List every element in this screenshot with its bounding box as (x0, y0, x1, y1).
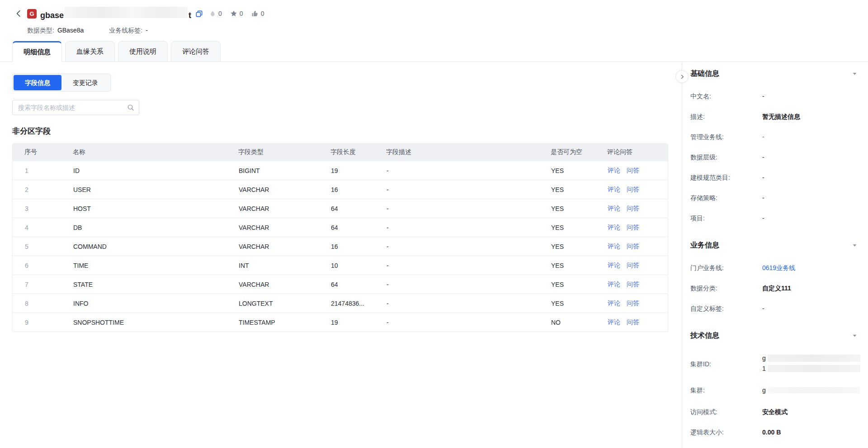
field-name: HOST (73, 205, 239, 212)
field-desc: - (387, 224, 551, 231)
field-label: 集群: (690, 386, 762, 396)
col-name: 名称 (73, 148, 238, 156)
back-button[interactable] (14, 9, 24, 19)
field-label: 建模规范类目: (690, 173, 762, 182)
like-stat[interactable]: 0 (251, 10, 264, 17)
redacted-value-prefix: 1 (762, 364, 766, 373)
copy-button[interactable] (195, 10, 203, 18)
search-input[interactable] (12, 100, 139, 115)
field-length: 64 (331, 224, 387, 231)
row-actions: 评论问答 (608, 261, 668, 270)
field-type: VARCHAR (239, 205, 331, 212)
field-type: INT (239, 262, 331, 269)
info-field: 项目:- (690, 214, 857, 223)
qa-link[interactable]: 问答 (627, 299, 639, 307)
info-field: 存储策略:- (690, 193, 857, 202)
caret-down-icon[interactable] (852, 333, 857, 338)
tab-comments-qa[interactable]: 评论问答 (171, 41, 221, 62)
tab-usage-notes[interactable]: 使用说明 (118, 41, 168, 62)
title-prefix: gbase (40, 11, 64, 20)
subtab-change-log[interactable]: 变更记录 (61, 75, 109, 90)
table-row: 7STATEVARCHAR64-YES评论问答 (13, 275, 668, 294)
field-value: - (762, 173, 764, 182)
qa-link[interactable]: 问答 (627, 261, 639, 269)
data-type-meta: 数据类型: GBase8a (27, 27, 84, 35)
hot-stat[interactable]: 0 (209, 10, 222, 17)
section-header: 业务信息 (690, 241, 857, 250)
info-field: 自定义标签:- (690, 304, 857, 313)
qa-link[interactable]: 问答 (627, 205, 639, 212)
qa-link[interactable]: 问答 (627, 280, 639, 288)
favorite-count: 0 (240, 10, 243, 17)
field-label: 管理业务线: (690, 132, 762, 141)
favorite-stat[interactable]: 0 (230, 10, 243, 17)
field-label: 存储策略: (690, 193, 762, 202)
sidebar-collapse-button[interactable] (675, 70, 689, 83)
row-actions: 评论问答 (608, 167, 668, 175)
comment-link[interactable]: 评论 (608, 224, 620, 231)
field-value[interactable]: - (762, 132, 764, 141)
subtab-field-info[interactable]: 字段信息 (14, 75, 61, 90)
comment-link[interactable]: 评论 (608, 205, 620, 212)
field-search (12, 100, 139, 115)
section-title: 非分区字段 (12, 126, 682, 136)
field-length: 16 (331, 186, 387, 193)
comment-link[interactable]: 评论 (608, 318, 620, 326)
row-actions: 评论问答 (608, 299, 668, 308)
stats-group: 0 0 0 (209, 10, 264, 17)
field-name: ID (73, 167, 239, 174)
comment-link[interactable]: 评论 (608, 167, 620, 174)
field-value: g (762, 386, 860, 396)
technical-info-section: 技术信息 集群ID:g1集群:g访问模式:安全模式逻辑表大小:0.00 B (690, 331, 857, 437)
comment-link[interactable]: 评论 (608, 299, 620, 307)
page-title: gbaset (40, 7, 191, 20)
basic-info-fields: 中文名:-描述:暂无描述信息管理业务线:-数据层级:-建模规范类目:-存储策略:… (690, 92, 857, 223)
caret-down-icon[interactable] (852, 243, 857, 248)
field-desc: - (387, 281, 551, 288)
field-label: 集群ID: (690, 359, 762, 369)
field-value[interactable]: 0619业务线 (762, 263, 795, 272)
row-index: 5 (13, 243, 73, 250)
field-length: 16 (331, 243, 387, 250)
qa-link[interactable]: 问答 (627, 243, 639, 250)
table-row: 9SNOPSHOTTIMETIMESTAMP19-NO评论问答 (13, 313, 668, 332)
col-comments-qa: 评论问答 (607, 148, 668, 156)
qa-link[interactable]: 问答 (627, 167, 639, 174)
comment-link[interactable]: 评论 (608, 186, 620, 193)
row-index: 7 (13, 281, 73, 288)
field-label: 访问模式: (690, 407, 762, 416)
field-label: 门户业务线: (690, 263, 762, 272)
qa-link[interactable]: 问答 (627, 186, 639, 193)
field-nullable: NO (551, 319, 608, 326)
field-label: 项目: (690, 214, 762, 223)
table-row: 6TIMEINT10-YES评论问答 (13, 256, 668, 275)
field-desc: - (387, 205, 551, 212)
qa-link[interactable]: 问答 (627, 224, 639, 231)
like-count: 0 (261, 10, 264, 17)
field-type: VARCHAR (239, 224, 331, 231)
row-actions: 评论问答 (608, 224, 668, 232)
tab-lineage[interactable]: 血缘关系 (65, 41, 115, 62)
meta-label: 业务线标签: (109, 27, 142, 35)
info-field: 数据分类:自定义111 (690, 284, 857, 293)
comment-link[interactable]: 评论 (608, 280, 620, 288)
search-icon[interactable] (127, 104, 134, 112)
tab-detail-info[interactable]: 明细信息 (12, 41, 62, 62)
redacted-value-prefix: g (762, 354, 766, 363)
star-icon (230, 10, 237, 17)
field-value: - (762, 92, 764, 101)
title-redaction (65, 7, 188, 18)
comment-link[interactable]: 评论 (608, 243, 620, 250)
business-line-tag-meta: 业务线标签: - (109, 27, 148, 35)
caret-down-icon[interactable] (852, 71, 857, 76)
table-row: 1IDBIGINT19-YES评论问答 (13, 161, 668, 180)
gbase-logo-icon: G (27, 9, 37, 19)
info-field: 门户业务线:0619业务线 (690, 263, 857, 272)
meta-value: - (146, 27, 148, 35)
field-name: DB (73, 224, 239, 231)
field-nullable: YES (551, 224, 608, 231)
field-value: g1 (762, 354, 860, 374)
qa-link[interactable]: 问答 (627, 318, 639, 326)
comment-link[interactable]: 评论 (608, 261, 620, 269)
field-type: BIGINT (239, 167, 331, 174)
